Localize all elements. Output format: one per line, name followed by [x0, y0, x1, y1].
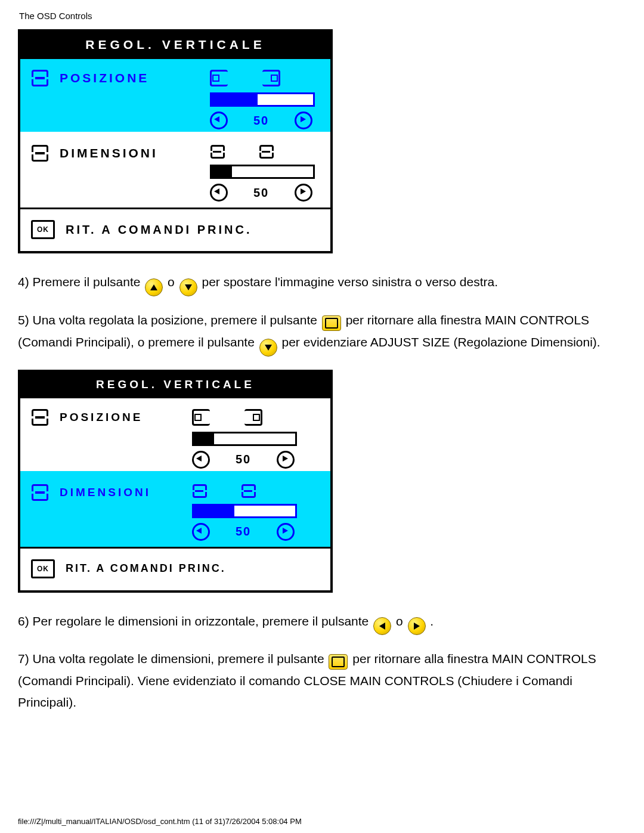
ok-icon: OK: [31, 220, 55, 239]
ok-icon: OK: [31, 559, 55, 578]
page-header-title: The OSD Controls: [19, 11, 626, 21]
osd2-position-icon-pair: [192, 409, 320, 426]
osd2-position-left: POSIZIONE: [31, 409, 192, 426]
osd1-footer[interactable]: OK RIT. A COMANDI PRINC.: [20, 209, 330, 251]
osd2-position-value: 50: [231, 453, 255, 466]
size-small-icon: [210, 145, 224, 159]
step7-a: 7) Una volta regolate le dimensioni, pre…: [18, 652, 327, 665]
button-right-icon[interactable]: [408, 617, 426, 635]
button-ok-icon[interactable]: [329, 654, 348, 670]
size-small-icon: [192, 484, 206, 498]
osd1-position-left: POSIZIONE: [31, 70, 210, 86]
step-7: 7) Una volta regolate le dimensioni, pre…: [18, 648, 602, 714]
osd1-position-bar: [210, 92, 315, 107]
shift-left-icon: [192, 409, 210, 426]
nav-right-icon[interactable]: [277, 451, 295, 469]
shift-right-icon: [244, 409, 262, 426]
osd1-row-size[interactable]: DIMENSIONI 50: [20, 132, 330, 208]
button-up-icon[interactable]: [145, 278, 163, 296]
size-icon: [31, 145, 49, 162]
step-5: 5) Una volta regolata la posizione, prem…: [18, 309, 602, 357]
osd1-size-right: 50: [210, 145, 320, 202]
osd2-title: REGOL. VERTICALE: [20, 372, 330, 398]
size-icon: [31, 484, 49, 501]
osd1-size-left: DIMENSIONI: [31, 145, 210, 162]
nav-left-icon[interactable]: [192, 523, 210, 541]
button-down-icon[interactable]: [259, 339, 277, 357]
osd1-position-right: 50: [210, 70, 320, 129]
osd2-body: POSIZIONE 50: [20, 398, 330, 590]
osd2-row-position[interactable]: POSIZIONE 50: [20, 398, 330, 471]
nav-left-icon[interactable]: [210, 184, 228, 202]
osd1-size-value: 50: [249, 186, 273, 200]
osd2-position-bar: [192, 432, 297, 446]
osd2-size-nav: 50: [192, 523, 320, 541]
osd2-position-nav: 50: [192, 451, 320, 469]
step5-a: 5) Una volta regolata la posizione, prem…: [18, 313, 321, 327]
step4-a: 4) Premere il pulsante: [18, 275, 144, 289]
step-6: 6) Per regolare le dimensioni in orizzon…: [18, 611, 602, 635]
step4-c: per spostare l'immagine verso sinistra o…: [202, 275, 498, 289]
step6-a: 6) Per regolare le dimensioni in orizzon…: [18, 614, 372, 628]
step6-c: .: [430, 614, 434, 628]
osd2-footer-label: RIT. A COMANDI PRINC.: [66, 562, 226, 575]
nav-right-icon[interactable]: [277, 523, 295, 541]
osd1-size-label: DIMENSIONI: [60, 146, 158, 160]
page: The OSD Controls REGOL. VERTICALE POSIZI…: [0, 0, 644, 751]
osd2-size-bar: [192, 504, 297, 518]
osd2-position-right: 50: [192, 409, 320, 469]
step6-b: o: [396, 614, 407, 628]
osd2-size-value: 50: [231, 525, 255, 538]
size-large-icon: [241, 484, 255, 498]
osd1-size-bar: [210, 165, 315, 179]
nav-left-icon[interactable]: [210, 112, 228, 129]
osd2-size-right: 50: [192, 484, 320, 541]
step5-c: per evidenziare ADJUST SIZE (Regolazione…: [282, 335, 600, 349]
osd2-row-size[interactable]: DIMENSIONI 50: [20, 471, 330, 547]
osd1-position-value: 50: [249, 114, 273, 128]
osd2-footer[interactable]: OK RIT. A COMANDI PRINC.: [20, 549, 330, 590]
step-4: 4) Premere il pulsante o per spostare l'…: [18, 271, 602, 296]
button-left-icon[interactable]: [373, 617, 391, 635]
button-ok-icon[interactable]: [322, 315, 341, 331]
nav-right-icon[interactable]: [295, 112, 312, 129]
size-large-icon: [259, 145, 273, 159]
osd-panel-1: REGOL. VERTICALE POSIZIONE: [18, 29, 333, 253]
osd1-position-icon-pair: [210, 70, 320, 86]
osd2-size-icon-pair: [192, 484, 320, 498]
osd1-position-nav: 50: [210, 112, 320, 129]
osd1-footer-label: RIT. A COMANDI PRINC.: [66, 223, 252, 237]
osd-panel-2: REGOL. VERTICALE POSIZIONE: [18, 370, 333, 593]
osd1-body: POSIZIONE 50: [20, 59, 330, 251]
osd1-position-label: POSIZIONE: [60, 71, 149, 85]
position-icon: [31, 409, 49, 426]
osd1-title: REGOL. VERTICALE: [20, 32, 330, 59]
nav-left-icon[interactable]: [192, 451, 210, 469]
position-icon: [31, 70, 49, 86]
osd1-size-icon-pair: [210, 145, 320, 159]
shift-right-icon: [262, 70, 280, 86]
osd2-size-label: DIMENSIONI: [60, 486, 151, 499]
nav-right-icon[interactable]: [295, 184, 312, 202]
osd2-position-label: POSIZIONE: [60, 411, 143, 424]
step4-b: o: [168, 275, 178, 289]
osd1-row-position[interactable]: POSIZIONE 50: [20, 59, 330, 132]
button-down-icon[interactable]: [179, 278, 197, 296]
shift-left-icon: [210, 70, 228, 86]
osd1-size-nav: 50: [210, 184, 320, 202]
osd2-size-left: DIMENSIONI: [31, 484, 192, 501]
